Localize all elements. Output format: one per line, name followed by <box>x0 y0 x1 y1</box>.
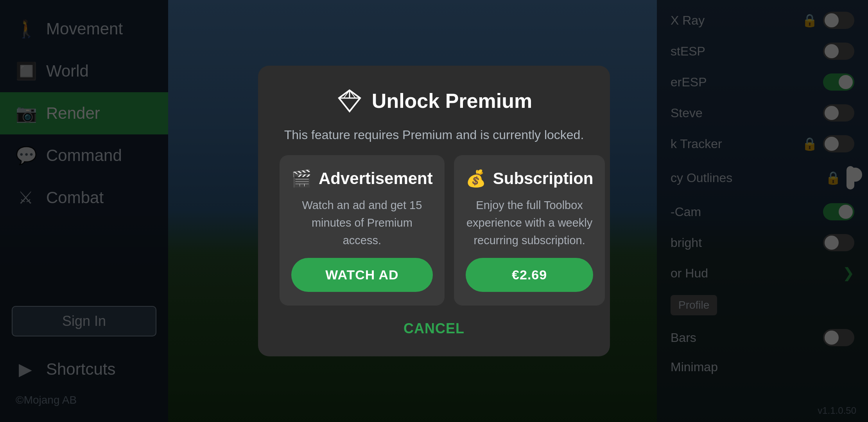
sub-card-header: 💰 Subscription <box>466 169 594 188</box>
sub-card-title: Subscription <box>493 169 594 188</box>
unlock-premium-modal: Unlock Premium This feature requires Pre… <box>258 66 610 356</box>
modal-subtitle: This feature requires Premium and is cur… <box>284 125 584 144</box>
ad-card-desc: Watch an ad and get 15 minutes of Premiu… <box>291 197 433 249</box>
watch-ad-button[interactable]: WATCH AD <box>291 258 433 292</box>
diamond-icon <box>336 87 363 114</box>
sub-card-desc: Enjoy the full Toolbox experience with a… <box>466 197 594 249</box>
modal-header: Unlock Premium <box>336 87 532 114</box>
sub-icon: 💰 <box>466 169 486 188</box>
cancel-button[interactable]: CANCEL <box>388 316 480 341</box>
svg-line-3 <box>350 98 360 111</box>
ad-card-header: 🎬 Advertisement <box>291 169 433 188</box>
ad-card-title: Advertisement <box>319 169 433 188</box>
subscribe-button[interactable]: €2.69 <box>466 258 594 292</box>
ad-icon: 🎬 <box>291 169 312 188</box>
advertisement-card: 🎬 Advertisement Watch an ad and get 15 m… <box>280 155 445 306</box>
svg-line-2 <box>339 98 350 111</box>
modal-cards: 🎬 Advertisement Watch an ad and get 15 m… <box>280 155 588 306</box>
subscription-card: 💰 Subscription Enjoy the full Toolbox ex… <box>454 155 605 306</box>
modal-backdrop: Unlock Premium This feature requires Pre… <box>0 0 868 422</box>
modal-title: Unlock Premium <box>372 89 532 113</box>
